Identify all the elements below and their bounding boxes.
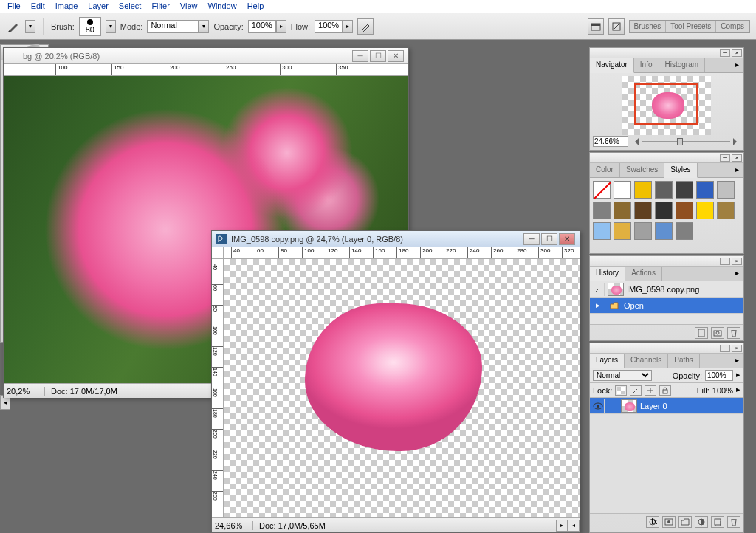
file-browser-icon[interactable] <box>588 18 604 35</box>
navigator-zoom-field[interactable] <box>593 136 628 147</box>
navigator-viewbox[interactable] <box>634 83 698 125</box>
new-document-from-state-button[interactable] <box>695 327 708 339</box>
tab-styles[interactable]: Styles <box>664 163 697 178</box>
blend-mode-select[interactable]: Normal <box>147 20 199 33</box>
menu-file[interactable]: File <box>3 1 25 12</box>
flow-arrow[interactable]: ▸ <box>343 20 353 33</box>
panel-minimize-button[interactable]: ─ <box>720 345 730 352</box>
airbrush-toggle[interactable] <box>357 18 374 35</box>
delete-layer-button[interactable] <box>727 516 740 528</box>
panel-close-button[interactable]: × <box>732 154 742 162</box>
brush-picker-arrow[interactable]: ▾ <box>106 20 116 33</box>
flow-field[interactable]: 100% <box>315 20 343 33</box>
layer-thumbnail[interactable] <box>621 399 637 413</box>
doc2-scroll-left[interactable]: ◂ <box>568 520 580 532</box>
style-swatch[interactable] <box>717 181 735 199</box>
layer-opacity-arrow[interactable]: ▸ <box>736 370 740 381</box>
history-titlebar[interactable]: ─ × <box>590 256 743 266</box>
style-swatch[interactable] <box>696 181 714 199</box>
zoom-out-icon[interactable] <box>631 138 639 145</box>
lock-pixels-button[interactable] <box>630 385 642 396</box>
menu-edit[interactable]: Edit <box>27 1 49 12</box>
tab-swatches[interactable]: Swatches <box>620 163 664 177</box>
style-swatch[interactable] <box>614 202 631 219</box>
navigator-preview[interactable] <box>622 76 711 135</box>
maximize-button[interactable]: ☐ <box>541 233 557 245</box>
style-swatch[interactable] <box>696 202 714 219</box>
tab-color[interactable]: Color <box>590 163 620 177</box>
style-swatch[interactable] <box>655 222 673 240</box>
tab-info[interactable]: Info <box>634 58 659 72</box>
history-state-open[interactable]: ▸ Open <box>590 298 743 314</box>
style-swatch[interactable] <box>634 181 652 199</box>
panel-menu-button[interactable]: ▸ <box>731 266 743 281</box>
doc2-titlebar[interactable]: IMG_0598 copy.png @ 24,7% (Layer 0, RGB/… <box>212 231 580 247</box>
panel-minimize-button[interactable]: ─ <box>720 154 730 162</box>
style-swatch[interactable] <box>676 222 693 240</box>
dock-tab-brushes[interactable]: Brushes <box>630 21 667 32</box>
style-swatch[interactable] <box>593 222 611 240</box>
panel-close-button[interactable]: × <box>732 345 742 352</box>
history-brush-source-icon[interactable] <box>591 283 605 296</box>
style-swatch[interactable] <box>717 202 735 219</box>
lock-position-button[interactable] <box>645 385 656 396</box>
panel-menu-button[interactable]: ▸ <box>731 58 743 72</box>
style-swatch[interactable] <box>614 181 631 199</box>
layers-titlebar[interactable]: ─ × <box>590 343 743 354</box>
menu-help[interactable]: Help <box>243 1 269 12</box>
tab-layers[interactable]: Layers <box>590 354 625 368</box>
layer-fill-field[interactable]: 100% <box>712 386 733 395</box>
opacity-arrow[interactable]: ▸ <box>276 20 286 33</box>
tab-channels[interactable]: Channels <box>625 354 668 368</box>
menu-window[interactable]: Window <box>204 1 241 12</box>
style-none[interactable] <box>593 181 611 199</box>
menu-filter[interactable]: Filter <box>147 1 173 12</box>
menu-layer[interactable]: Layer <box>83 1 113 12</box>
panel-menu-button[interactable]: ▸ <box>731 354 743 368</box>
dock-tab-tool-presets[interactable]: Tool Presets <box>666 21 716 32</box>
minimize-button[interactable]: ─ <box>523 233 540 245</box>
menu-view[interactable]: View <box>176 1 202 12</box>
panel-close-button[interactable]: × <box>732 258 742 265</box>
doc1-zoom-field[interactable]: 20,2% <box>4 387 45 396</box>
navigator-titlebar[interactable]: ─ × <box>590 48 743 58</box>
close-button[interactable]: ✕ <box>388 50 404 62</box>
doc2-zoom-field[interactable]: 24,66% <box>212 521 253 530</box>
minimize-button[interactable]: ─ <box>352 50 368 62</box>
brushes-palette-icon[interactable] <box>608 18 625 35</box>
menu-image[interactable]: Image <box>51 1 83 12</box>
zoom-in-icon[interactable] <box>733 138 740 145</box>
new-set-button[interactable] <box>678 516 692 528</box>
doc2-info-arrow[interactable]: ▸ <box>556 520 568 532</box>
new-snapshot-button[interactable] <box>711 327 724 339</box>
styles-titlebar[interactable]: ─ × <box>590 153 743 163</box>
new-layer-button[interactable] <box>711 516 724 528</box>
layer-fill-arrow[interactable]: ▸ <box>736 385 740 396</box>
layer-visibility-toggle[interactable] <box>591 399 605 413</box>
tab-paths[interactable]: Paths <box>668 354 700 368</box>
brush-picker[interactable]: 80 <box>79 17 101 36</box>
tab-navigator[interactable]: Navigator <box>590 58 634 73</box>
close-button[interactable]: ✕ <box>559 233 575 245</box>
layer-name[interactable]: Layer 0 <box>640 402 667 410</box>
history-snapshot-row[interactable]: IMG_0598 copy.png <box>590 281 743 298</box>
tool-preset-picker[interactable]: ▾ <box>25 20 35 33</box>
layer-opacity-field[interactable]: 100% <box>705 370 733 381</box>
dock-tab-comps[interactable]: Comps <box>716 21 749 32</box>
style-swatch[interactable] <box>676 181 693 199</box>
style-swatch[interactable] <box>676 202 693 219</box>
tab-history[interactable]: History <box>590 266 625 281</box>
blend-mode-arrow[interactable]: ▾ <box>199 20 209 33</box>
doc1-titlebar[interactable]: bg @ 20,2% (RGB/8) ─ ☐ ✕ <box>4 48 408 64</box>
panel-menu-button[interactable]: ▸ <box>731 163 743 177</box>
layer-blend-mode-select[interactable]: Normal <box>593 370 652 381</box>
add-layer-mask-button[interactable] <box>662 516 676 528</box>
maximize-button[interactable]: ☐ <box>370 50 386 62</box>
panel-close-button[interactable]: × <box>732 49 742 57</box>
add-layer-style-button[interactable]: fx <box>646 516 659 528</box>
tab-histogram[interactable]: Histogram <box>659 58 706 72</box>
delete-state-button[interactable] <box>727 327 740 339</box>
style-swatch[interactable] <box>634 202 652 219</box>
menu-select[interactable]: Select <box>114 1 146 12</box>
new-adjustment-layer-button[interactable] <box>695 516 708 528</box>
